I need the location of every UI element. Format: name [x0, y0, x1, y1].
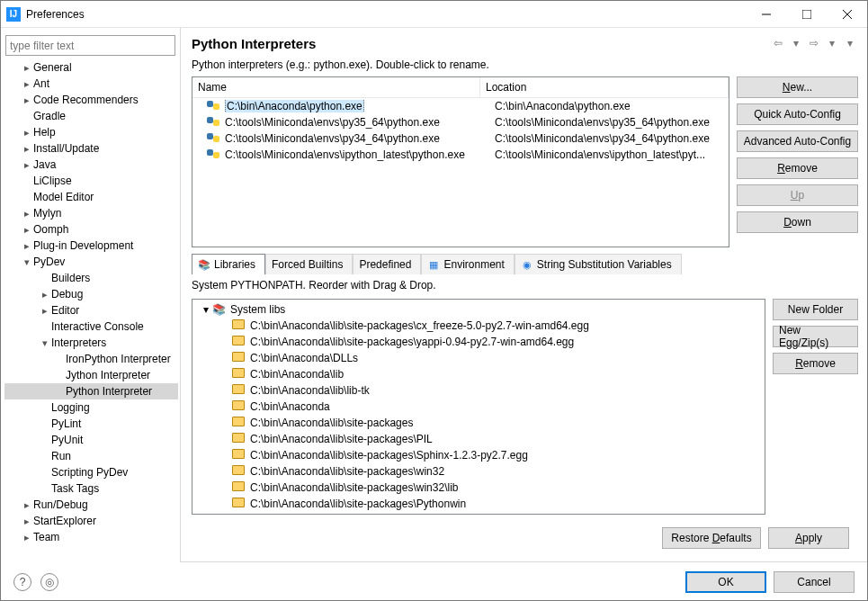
tree-item[interactable]: ▸Editor — [4, 302, 178, 318]
cancel-button[interactable]: Cancel — [774, 571, 855, 593]
list-item[interactable]: C:\bin\Anaconda\lib\site-packages\win32\… — [192, 480, 765, 496]
chevron-right-icon[interactable]: ▸ — [21, 62, 33, 74]
column-location[interactable]: Location — [480, 77, 729, 97]
table-row[interactable]: C:\tools\Miniconda\envs\py35_64\python.e… — [192, 114, 729, 130]
tree-item[interactable]: ▸Run/Debug — [4, 497, 178, 513]
minimize-button[interactable] — [746, 1, 786, 27]
import-export-button[interactable]: ◎ — [40, 573, 58, 591]
advanced-auto-config-button[interactable]: Advanced Auto-Config — [737, 130, 858, 152]
up-button[interactable]: Up — [737, 184, 858, 206]
tree-item[interactable]: Python Interpreter — [4, 383, 178, 399]
chevron-down-icon[interactable]: ▾ — [39, 337, 51, 349]
filter-input[interactable]: type filter text — [5, 35, 175, 56]
new-egg-zip-button[interactable]: New Egg/Zip(s) — [773, 326, 858, 347]
remove-interpreter-button[interactable]: Remove — [737, 157, 858, 179]
list-item[interactable]: C:\bin\Anaconda\lib\site-packages\win32 — [192, 463, 765, 480]
tree-item[interactable]: ▸Mylyn — [4, 205, 178, 221]
interpreters-table[interactable]: Name Location C:\bin\Anaconda\python.exe… — [192, 76, 729, 247]
chevron-right-icon[interactable]: ▸ — [21, 78, 33, 90]
table-row[interactable]: C:\tools\Miniconda\envs\ipython_latest\p… — [192, 147, 729, 163]
tree-item[interactable]: ▸Oomph — [4, 221, 178, 238]
chevron-down-icon[interactable]: ▾ — [21, 256, 33, 268]
list-item[interactable]: C:\bin\Anaconda\lib\site-packages\Python… — [192, 496, 765, 512]
apply-button[interactable]: Apply — [768, 527, 849, 549]
back-drop-icon[interactable]: ▾ — [788, 35, 804, 51]
chevron-right-icon[interactable]: ▸ — [39, 289, 51, 300]
chevron-down-icon[interactable]: ▾ — [200, 303, 212, 316]
tree-item[interactable]: Interactive Console — [4, 318, 178, 335]
ok-button[interactable]: OK — [685, 571, 766, 593]
tree-item[interactable]: ▸Code Recommenders — [4, 92, 178, 108]
column-name[interactable]: Name — [192, 77, 480, 97]
list-item[interactable]: C:\bin\Anaconda\lib — [192, 366, 765, 382]
list-item[interactable]: C:\bin\Anaconda\lib\site-packages — [192, 415, 765, 431]
tree-item[interactable]: PyUnit — [4, 432, 178, 448]
tree-item[interactable]: ▸Install/Update — [4, 140, 178, 157]
tab-forced-builtins[interactable]: Forced Builtins — [265, 254, 353, 274]
tree-item-label: LiClipse — [33, 175, 72, 187]
tab-environment[interactable]: ▦ Environment — [421, 254, 514, 274]
list-item[interactable]: C:\bin\Anaconda\DLLs — [192, 350, 765, 366]
tree-item[interactable]: Gradle — [4, 108, 178, 124]
new-button[interactable]: New... — [737, 76, 858, 98]
restore-defaults-button[interactable]: Restore Defaults — [662, 527, 761, 549]
list-item[interactable]: C:\bin\Anaconda\lib\site-packages\PIL — [192, 431, 765, 447]
interpreter-location: C:\tools\Miniconda\envs\py35_64\python.e… — [495, 116, 729, 129]
preferences-tree[interactable]: ▸General▸Ant▸Code RecommendersGradle▸Hel… — [3, 59, 178, 562]
tree-item[interactable]: ▸Ant — [4, 76, 178, 92]
tree-item[interactable]: Model Editor — [4, 189, 178, 205]
down-button[interactable]: Down — [737, 211, 858, 233]
chevron-right-icon[interactable]: ▸ — [39, 305, 51, 317]
chevron-right-icon[interactable]: ▸ — [21, 143, 33, 155]
chevron-right-icon[interactable]: ▸ — [21, 224, 33, 236]
tree-item[interactable]: Builders — [4, 270, 178, 286]
list-item[interactable]: C:\bin\Anaconda\lib\site-packages\Sphinx… — [192, 447, 765, 463]
chevron-right-icon[interactable]: ▸ — [21, 499, 33, 511]
table-row[interactable]: C:\tools\Miniconda\envs\py34_64\python.e… — [192, 130, 729, 147]
help-button[interactable]: ? — [13, 573, 31, 591]
menu-drop-icon[interactable]: ▾ — [842, 35, 858, 51]
tree-item[interactable]: LiClipse — [4, 173, 178, 189]
new-folder-button[interactable]: New Folder — [773, 299, 858, 320]
system-libs-root[interactable]: ▾ 📚 System libs — [192, 301, 765, 318]
tree-item[interactable]: Jython Interpreter — [4, 367, 178, 383]
tree-item[interactable]: ▸StartExplorer — [4, 513, 178, 529]
tree-item[interactable]: Run — [4, 448, 178, 464]
tab-string-substitution[interactable]: ◉ String Substitution Variables — [515, 254, 682, 274]
tree-item[interactable]: Logging — [4, 399, 178, 416]
chevron-right-icon[interactable]: ▸ — [21, 532, 33, 543]
tree-item[interactable]: ▾Interpreters — [4, 335, 178, 351]
quick-auto-config-button[interactable]: Quick Auto-Config — [737, 103, 858, 125]
back-button[interactable]: ⇦ — [770, 35, 786, 51]
list-item[interactable]: C:\bin\Anaconda\lib\site-packages\yappi-… — [192, 334, 765, 350]
list-item[interactable]: C:\bin\Anaconda — [192, 399, 765, 415]
list-item[interactable]: C:\bin\Anaconda\lib\site-packages\cx_fre… — [192, 318, 765, 334]
chevron-right-icon[interactable]: ▸ — [21, 94, 33, 106]
tree-item[interactable]: IronPython Interpreter — [4, 351, 178, 367]
chevron-right-icon[interactable]: ▸ — [21, 127, 33, 139]
tree-item[interactable]: ▸Plug-in Development — [4, 238, 178, 254]
tab-libraries[interactable]: 📚 Libraries — [192, 254, 265, 274]
forward-button[interactable]: ⇨ — [806, 35, 822, 51]
chevron-right-icon[interactable]: ▸ — [21, 516, 33, 527]
forward-drop-icon[interactable]: ▾ — [824, 35, 840, 51]
pythonpath-tree[interactable]: ▾ 📚 System libs C:\bin\Anaconda\lib\site… — [192, 299, 765, 515]
tree-item[interactable]: Task Tags — [4, 480, 178, 497]
table-row[interactable]: C:\bin\Anaconda\python.exeC:\bin\Anacond… — [192, 98, 729, 114]
tree-item[interactable]: PyLint — [4, 416, 178, 432]
close-button[interactable] — [827, 1, 867, 27]
maximize-button[interactable] — [786, 1, 827, 27]
tree-item[interactable]: ▸Help — [4, 124, 178, 140]
tree-item[interactable]: Scripting PyDev — [4, 464, 178, 480]
tree-item[interactable]: ▸Team — [4, 529, 178, 545]
chevron-right-icon[interactable]: ▸ — [21, 159, 33, 171]
tab-predefined[interactable]: Predefined — [353, 254, 421, 274]
tree-item[interactable]: ▾PyDev — [4, 254, 178, 270]
chevron-right-icon[interactable]: ▸ — [21, 208, 33, 220]
list-item[interactable]: C:\bin\Anaconda\lib\lib-tk — [192, 382, 765, 399]
tree-item[interactable]: ▸Java — [4, 157, 178, 173]
chevron-right-icon[interactable]: ▸ — [21, 240, 33, 252]
remove-path-button[interactable]: Remove — [773, 353, 858, 374]
tree-item[interactable]: ▸Debug — [4, 286, 178, 302]
tree-item[interactable]: ▸General — [4, 59, 178, 76]
